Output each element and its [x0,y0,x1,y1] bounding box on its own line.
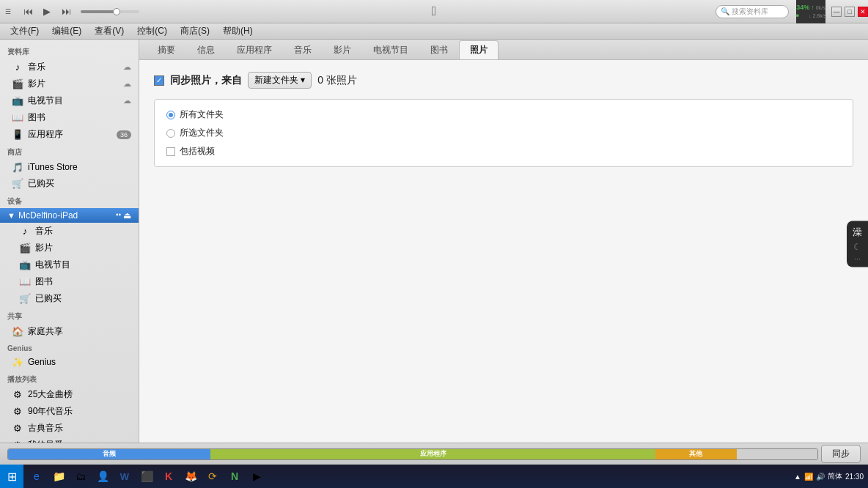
storage-bar: 音频 应用程序 其他 [7,448,818,460]
prev-button[interactable]: ⏮ [21,4,35,19]
volume-slider[interactable] [81,10,139,13]
photo-count: 0 张照片 [317,74,357,87]
taskbar-item-notepad[interactable]: N [224,466,245,487]
books-icon: 📖 [12,112,23,124]
folder-dropdown[interactable]: 新建文件夹 ▾ [248,72,312,89]
sidebar-item-playlist-25[interactable]: ⚙ 25大金曲榜 [0,386,139,403]
dev-music-icon: ♪ [19,226,31,237]
widget-moon-icon: ☾ [853,242,861,252]
sidebar-playlist-fav-label: 我的最爱 [28,439,131,443]
tab-info[interactable]: 信息 [186,40,226,59]
taskbar-network-icon: 📶 [804,473,813,481]
sidebar-item-dev-books[interactable]: 📖 图书 [0,273,139,290]
taskbar-items: e 📁 🗂 👤 W ⬛ K 🦊 ⟳ N ▶ [23,466,410,487]
tab-books[interactable]: 图书 [419,40,459,59]
start-button[interactable]: ⊞ [0,465,23,488]
device-eject-button[interactable]: ⏏ [123,210,131,221]
taskbar-lang[interactable]: 简体 [828,471,842,481]
taskbar-item-word[interactable]: W [114,466,135,487]
sync-button[interactable]: 同步 [821,445,861,463]
sidebar-item-dev-purchased[interactable]: 🛒 已购买 [0,290,139,307]
next-button[interactable]: ⏭ [59,4,73,19]
menu-control[interactable]: 控制(C) [131,23,173,39]
taskbar-item-app8[interactable]: ⟳ [202,466,223,487]
menu-icon[interactable]: ☰ [3,7,13,17]
tab-photos[interactable]: 照片 [459,40,499,59]
sidebar-item-playlist-90[interactable]: ⚙ 90年代音乐 [0,403,139,420]
search-box[interactable]: 🔍 搜索资料库 [716,5,789,18]
taskbar-clock[interactable]: 21:30 [845,473,864,481]
taskbar-item-user[interactable]: 👤 [92,466,113,487]
sidebar-item-dev-music[interactable]: ♪ 音乐 [0,223,139,240]
title-center:  [432,4,437,19]
section-label-shared: 共享 [0,307,139,323]
sidebar-item-purchased[interactable]: 🛒 已购买 [0,175,139,192]
sidebar-item-apps[interactable]: 📱 应用程序 36 [0,126,139,143]
widget-dots: ··· [854,255,860,263]
minimize-button[interactable]: — [831,7,842,17]
section-label-playlists: 播放列表 [0,370,139,386]
tab-apps[interactable]: 应用程序 [226,40,283,59]
taskbar-item-app6[interactable]: K [158,466,179,487]
clock-time: 21:30 [845,473,864,481]
include-videos-checkbox[interactable] [166,147,175,156]
storage-apps-segment: 应用程序 [210,449,655,459]
taskbar-item-ie[interactable]: e [26,466,47,487]
radio-selected-folders[interactable] [166,129,175,138]
start-icon: ⊞ [7,470,17,484]
play-button[interactable]: ▶ [40,4,54,19]
sidebar-dev-purchased-label: 已购买 [35,292,131,305]
sidebar-item-playlist-fav[interactable]: ⚙ 我的最爱 [0,437,139,443]
taskbar-item-cursor[interactable]: ▶ [246,466,267,487]
tab-movies[interactable]: 影片 [323,40,362,59]
taskbar-item-explorer[interactable]: 🗂 [70,466,91,487]
sidebar-dev-music-label: 音乐 [35,225,131,237]
menu-edit[interactable]: 编辑(E) [46,23,87,39]
tab-music[interactable]: 音乐 [283,40,323,59]
device-ipad[interactable]: ▼ McDelfino-iPad ▪▪ ⏏ [0,208,139,223]
menu-view[interactable]: 查看(V) [89,23,130,39]
sidebar-item-movies[interactable]: 🎬 影片 ☁ [0,75,139,92]
sidebar-item-music[interactable]: ♪ 音乐 ☁ [0,59,139,75]
volume-thumb[interactable] [113,8,120,15]
sidebar-item-dev-tv[interactable]: 📺 电视节目 [0,256,139,273]
dev-movies-icon: 🎬 [19,243,31,254]
close-button[interactable]: ✕ [858,7,868,17]
sidebar-item-books[interactable]: 📖 图书 [0,109,139,126]
tab-tv[interactable]: 电视节目 [362,40,419,59]
menu-store[interactable]: 商店(S) [174,23,216,39]
sidebar-item-genius[interactable]: ✨ Genius [0,354,139,370]
menu-help[interactable]: 帮助(H) [217,23,259,39]
sidebar-itunes-store-label: iTunes Store [28,162,131,172]
movies-cloud-icon: ☁ [123,79,131,89]
maximize-button[interactable]: □ [845,7,855,17]
menu-file[interactable]: 文件(F) [4,23,45,39]
content-area: 摘要 信息 应用程序 音乐 影片 电视节目 图书 照片 ✓ 同步照片，来自 新建… [139,40,868,443]
radio-selected-folders-label: 所选文件夹 [180,127,224,139]
storage-audio-segment: 音频 [8,449,210,459]
sync-photos-checkbox[interactable]: ✓ [154,75,164,86]
itunes-store-icon: 🎵 [12,161,23,173]
sidebar-genius-label: Genius [28,357,131,367]
search-placeholder: 搜索资料库 [732,7,768,17]
radio-all-folders-label: 所有文件夹 [180,108,224,121]
tab-summary[interactable]: 摘要 [147,40,186,59]
sidebar-item-family-share[interactable]: 🏠 家庭共享 [0,323,139,340]
sidebar-books-label: 图书 [28,111,131,124]
sidebar-item-itunes-store[interactable]: 🎵 iTunes Store [0,159,139,175]
network-widget: 34% ↑ 0k/s ● ↓ 2.8k/s [796,0,825,23]
taskbar-item-folder[interactable]: 📁 [48,466,69,487]
taskbar-item-firefox[interactable]: 🦊 [180,466,201,487]
section-label-library: 资料库 [0,42,139,59]
music-icon: ♪ [12,62,23,73]
sidebar-item-playlist-classic[interactable]: ⚙ 古典音乐 [0,420,139,437]
sidebar-item-tv[interactable]: 📺 电视节目 ☁ [0,92,139,109]
sidebar-item-dev-movies[interactable]: 🎬 影片 [0,240,139,256]
radio-all-folders[interactable] [166,111,175,119]
taskbar-notify-arrow[interactable]: ▲ [794,473,801,481]
taskbar-item-app5[interactable]: ⬛ [136,466,157,487]
sync-photos-label: 同步照片，来自 [170,74,242,87]
purchased-icon: 🛒 [12,178,23,190]
storage-apps-label: 应用程序 [420,449,446,459]
sidebar-playlist-25-label: 25大金曲榜 [28,388,131,401]
